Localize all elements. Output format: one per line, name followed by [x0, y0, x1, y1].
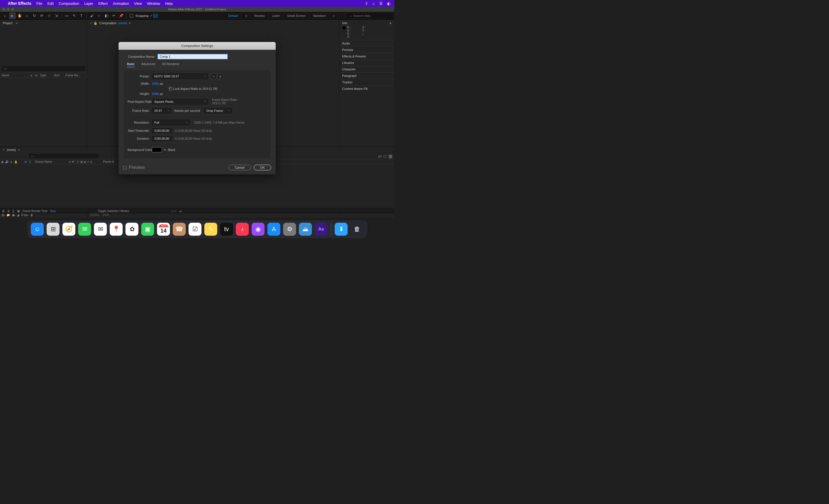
- timeline-tab-close-icon[interactable]: ×: [3, 148, 4, 151]
- width-value[interactable]: 1920: [152, 82, 158, 85]
- menu-view[interactable]: View: [134, 1, 142, 6]
- dock-downloads[interactable]: ⬇: [335, 223, 348, 236]
- hand-tool[interactable]: ✋: [16, 12, 23, 19]
- menu-help[interactable]: Help: [165, 1, 173, 6]
- dock-calendar[interactable]: APR14: [157, 223, 170, 236]
- tl-col-parent[interactable]: Parent &: [101, 160, 118, 163]
- window-zoom[interactable]: [11, 8, 14, 11]
- preset-dropdown[interactable]: HDTV 1080 29.97: [152, 73, 208, 79]
- workspace-default[interactable]: Default: [228, 14, 238, 17]
- eyedropper-icon[interactable]: ✎: [164, 148, 166, 152]
- dock-finder[interactable]: ☺: [31, 223, 44, 236]
- dock-reminders[interactable]: ☑: [189, 223, 202, 236]
- pen-tool[interactable]: ✎: [71, 12, 77, 19]
- tl-col-solo-icon[interactable]: ●: [9, 160, 13, 163]
- project-col-tag-icon[interactable]: 🏷: [33, 74, 38, 77]
- project-sort-icon[interactable]: ▲: [28, 74, 33, 77]
- framerate-dropdown[interactable]: 29.97: [152, 108, 172, 113]
- snapping-opt2-icon[interactable]: ⊡: [153, 14, 157, 17]
- menu-effect[interactable]: Effect: [98, 1, 108, 6]
- dock-photos[interactable]: ✿: [125, 223, 139, 236]
- resolution-dropdown[interactable]: Full: [152, 120, 190, 125]
- orbit-tool[interactable]: ↻: [31, 12, 38, 19]
- brush-tool[interactable]: 🖌: [88, 12, 95, 19]
- roto-tool[interactable]: ✂: [110, 12, 117, 19]
- dock-mail[interactable]: ✉: [94, 223, 107, 236]
- dialog-tab-3drenderer[interactable]: 3D Renderer: [162, 62, 180, 67]
- project-items-area[interactable]: [0, 78, 87, 146]
- panel-audio[interactable]: Audio: [339, 40, 394, 46]
- project-col-framerate[interactable]: Frame Ra...: [64, 74, 87, 77]
- selection-tool[interactable]: ▶: [9, 12, 16, 19]
- dock-sysprefs[interactable]: ⚙: [283, 223, 296, 236]
- camera-tool[interactable]: ⊹: [46, 12, 52, 19]
- dock-trash[interactable]: 🗑: [351, 223, 364, 236]
- project-panel-menu-icon[interactable]: ≡: [16, 22, 17, 25]
- par-dropdown[interactable]: Square Pixels: [152, 99, 208, 104]
- dock-screenshot[interactable]: ⛰: [299, 223, 312, 236]
- dock-contacts[interactable]: ☎: [173, 223, 186, 236]
- menu-window[interactable]: Window: [147, 1, 160, 6]
- bgcolor-swatch[interactable]: [152, 147, 162, 152]
- tl-col-num[interactable]: #: [28, 160, 34, 163]
- puppet-tool[interactable]: 📌: [118, 12, 124, 19]
- tl-status-icon3[interactable]: {}: [12, 210, 14, 213]
- menubar-search-icon[interactable]: ⌕: [372, 1, 375, 6]
- eraser-tool[interactable]: ◧: [103, 12, 110, 19]
- timeline-switch2-icon[interactable]: ◇: [383, 153, 387, 159]
- duration-input[interactable]: [152, 136, 172, 141]
- dock-notes[interactable]: ✎: [205, 223, 217, 236]
- home-button[interactable]: ⌂: [2, 12, 8, 19]
- tl-col-lock-icon[interactable]: 🔒: [13, 160, 18, 163]
- project-col-size[interactable]: Size: [52, 74, 64, 77]
- preset-save-icon[interactable]: ▾: [211, 73, 217, 79]
- project-col-name[interactable]: Name: [0, 74, 28, 77]
- menubar-share-icon[interactable]: ⇪: [365, 1, 368, 6]
- dialog-tab-advanced[interactable]: Advanced: [141, 62, 155, 67]
- tl-zoom-in-icon[interactable]: ⛰: [179, 210, 182, 213]
- tl-col-audio-icon[interactable]: 🔊: [4, 160, 9, 163]
- panel-preview[interactable]: Preview: [339, 46, 394, 53]
- start-timecode-input[interactable]: [152, 128, 172, 133]
- tl-toggle-switches[interactable]: Toggle Switches / Modes: [98, 210, 129, 213]
- snapping-opt-icon[interactable]: ⤢: [150, 14, 152, 17]
- workspace-learn[interactable]: Learn: [272, 14, 280, 17]
- dialog-tab-basic[interactable]: Basic: [127, 62, 135, 67]
- workspace-smallscreen[interactable]: Small Screen: [287, 14, 305, 17]
- dock-messages[interactable]: ✉: [78, 223, 91, 236]
- menu-layer[interactable]: Layer: [84, 1, 94, 6]
- cancel-button[interactable]: Cancel: [228, 165, 251, 170]
- app-name[interactable]: After Effects: [8, 1, 31, 6]
- tl-col-eye-icon[interactable]: ◉: [0, 160, 4, 163]
- comp-tab-close-icon[interactable]: ×: [90, 22, 92, 25]
- panel-libraries[interactable]: Libraries: [339, 60, 394, 66]
- dock-music[interactable]: ♪: [236, 223, 249, 236]
- dock-safari[interactable]: 🧭: [63, 223, 75, 236]
- menubar-siri-icon[interactable]: ◐: [387, 1, 390, 6]
- rotate-tool[interactable]: ⟳: [38, 12, 45, 19]
- dock-appletv[interactable]: tv: [220, 223, 233, 236]
- info-panel-menu-icon[interactable]: ≡: [390, 22, 391, 25]
- workspace-overflow-icon[interactable]: »: [333, 14, 334, 17]
- tl-col-label-icon[interactable]: 🏷: [24, 160, 28, 163]
- tl-zoom-out-icon[interactable]: ━○━: [171, 210, 176, 213]
- clone-tool[interactable]: ⟐: [96, 12, 103, 19]
- project-search[interactable]: ⌕▾: [2, 66, 85, 71]
- dock-podcasts[interactable]: ◉: [252, 223, 265, 236]
- rect-tool[interactable]: ▭: [63, 12, 70, 19]
- menu-file[interactable]: File: [36, 1, 42, 6]
- dock-facetime[interactable]: ▣: [141, 223, 154, 236]
- tl-status-icon1[interactable]: ⊞: [2, 210, 4, 213]
- ok-button[interactable]: OK: [254, 165, 271, 170]
- workspace-review[interactable]: Review: [255, 14, 265, 17]
- tl-col-source[interactable]: Source Name: [34, 160, 68, 163]
- panel-character[interactable]: Character: [339, 66, 394, 72]
- menu-animation[interactable]: Animation: [113, 1, 129, 6]
- menu-composition[interactable]: Composition: [59, 1, 79, 6]
- dock-aftereffects[interactable]: Ae: [315, 223, 328, 236]
- panel-effects-presets[interactable]: Effects & Presets: [339, 53, 394, 60]
- timeline-tab[interactable]: (none): [7, 148, 16, 151]
- panel-content-aware-fill[interactable]: Content-Aware Fill: [339, 85, 394, 92]
- comp-tab-lock-icon[interactable]: 🔒: [94, 22, 98, 25]
- project-col-type[interactable]: Type: [38, 74, 52, 77]
